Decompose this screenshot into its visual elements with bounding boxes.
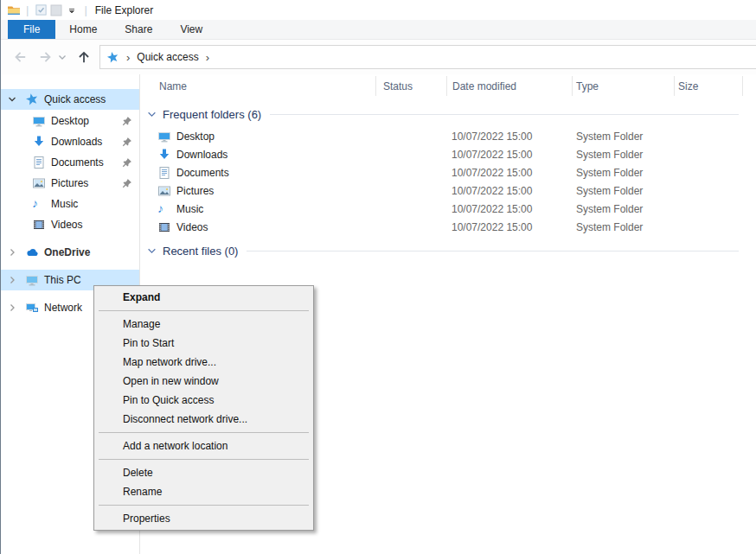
file-date-modified: 10/07/2022 15:00 bbox=[452, 131, 532, 143]
menu-item-add-network-location[interactable]: Add a network location bbox=[94, 436, 313, 455]
titlebar: | | File Explorer bbox=[1, 0, 756, 20]
sidebar-item-label: Music bbox=[51, 198, 78, 210]
menu-item-open-in-new-window[interactable]: Open in new window bbox=[94, 372, 313, 391]
sidebar-item-desktop[interactable]: Desktop bbox=[1, 111, 139, 131]
breadcrumb-separator-icon: › bbox=[126, 51, 130, 64]
file-date-modified: 10/07/2022 15:00 bbox=[452, 149, 532, 161]
menu-item-expand[interactable]: Expand bbox=[94, 288, 313, 307]
chevron-down-icon[interactable] bbox=[8, 95, 16, 104]
file-type: System Folder bbox=[576, 203, 643, 215]
menu-item-map-network-drive[interactable]: Map network drive... bbox=[94, 353, 313, 372]
file-row-documents[interactable]: Documents 10/07/2022 15:00 System Folder bbox=[140, 164, 756, 182]
navigation-toolbar: › Quick access › bbox=[1, 40, 756, 74]
file-row-music[interactable]: ♪ Music 10/07/2022 15:00 System Folder bbox=[140, 201, 756, 219]
qat-separator: | bbox=[26, 3, 29, 16]
file-date-modified: 10/07/2022 15:00 bbox=[452, 203, 532, 215]
pin-icon bbox=[122, 137, 132, 150]
desktop-icon bbox=[157, 130, 171, 143]
file-name: Documents bbox=[176, 167, 229, 179]
column-header-name[interactable]: Name bbox=[159, 74, 187, 98]
menu-item-delete[interactable]: Delete bbox=[94, 463, 313, 482]
new-item-icon[interactable] bbox=[48, 3, 64, 18]
menu-item-rename[interactable]: Rename bbox=[94, 482, 313, 501]
group-rule bbox=[247, 251, 739, 252]
sidebar-item-music[interactable]: ♪ Music bbox=[1, 194, 139, 214]
file-date-modified: 10/07/2022 15:00 bbox=[452, 185, 532, 197]
sidebar-item-pictures[interactable]: Pictures bbox=[1, 173, 139, 194]
group-header-recent-files[interactable]: Recent files (0) bbox=[147, 242, 753, 259]
back-arrow-icon[interactable] bbox=[11, 48, 29, 66]
pin-icon bbox=[122, 178, 132, 191]
sidebar-item-videos[interactable]: Videos bbox=[1, 214, 139, 235]
column-header-size[interactable]: Size bbox=[678, 74, 698, 98]
chevron-down-icon[interactable] bbox=[147, 246, 157, 256]
group-label: Recent files bbox=[163, 245, 221, 258]
column-separator[interactable] bbox=[742, 76, 743, 96]
documents-icon bbox=[32, 156, 46, 169]
column-header-type[interactable]: Type bbox=[576, 74, 599, 98]
tab-view[interactable]: View bbox=[166, 20, 216, 39]
file-date-modified: 10/07/2022 15:00 bbox=[452, 221, 532, 233]
menu-item-properties[interactable]: Properties bbox=[94, 509, 313, 528]
chevron-down-icon[interactable] bbox=[147, 110, 157, 119]
column-separator[interactable] bbox=[572, 76, 573, 96]
tab-home[interactable]: Home bbox=[55, 20, 111, 39]
tab-file[interactable]: File bbox=[8, 20, 55, 39]
explorer-logo-icon bbox=[6, 3, 22, 18]
qat-dropdown-icon[interactable] bbox=[64, 3, 80, 18]
file-row-downloads[interactable]: Downloads 10/07/2022 15:00 System Folder bbox=[140, 146, 756, 164]
menu-item-pin-to-start[interactable]: Pin to Start bbox=[94, 334, 313, 353]
breadcrumb-location[interactable]: Quick access bbox=[137, 51, 198, 63]
up-arrow-icon[interactable] bbox=[75, 48, 93, 66]
sidebar-item-quick-access[interactable]: Quick access bbox=[1, 89, 139, 110]
menu-item-disconnect-network-drive[interactable]: Disconnect network drive... bbox=[94, 410, 313, 429]
videos-icon bbox=[32, 218, 46, 232]
quick-access-star-icon bbox=[25, 92, 39, 106]
tab-share[interactable]: Share bbox=[111, 20, 166, 39]
forward-arrow-icon[interactable] bbox=[37, 48, 54, 66]
column-header-status[interactable]: Status bbox=[383, 74, 413, 98]
chevron-right-icon[interactable] bbox=[8, 248, 16, 257]
address-bar[interactable]: › Quick access › bbox=[99, 45, 756, 69]
column-separator[interactable] bbox=[446, 76, 447, 96]
sidebar-item-downloads[interactable]: Downloads bbox=[1, 131, 139, 152]
breadcrumb-separator-icon[interactable]: › bbox=[206, 51, 209, 64]
menu-separator bbox=[99, 432, 309, 433]
column-separator[interactable] bbox=[674, 76, 675, 96]
file-name: Music bbox=[176, 203, 203, 215]
pictures-icon bbox=[157, 184, 171, 198]
menu-item-pin-to-quick-access[interactable]: Pin to Quick access bbox=[94, 391, 313, 410]
pin-icon bbox=[122, 157, 132, 170]
sidebar-item-documents[interactable]: Documents bbox=[1, 152, 139, 173]
file-row-pictures[interactable]: Pictures 10/07/2022 15:00 System Folder bbox=[140, 182, 756, 201]
sidebar-item-label: Quick access bbox=[44, 93, 106, 105]
file-type: System Folder bbox=[576, 131, 643, 143]
onedrive-icon bbox=[25, 245, 39, 259]
this-pc-icon bbox=[25, 273, 39, 287]
qat-separator: | bbox=[84, 3, 86, 16]
group-header-frequent-folders[interactable]: Frequent folders (6) bbox=[147, 105, 753, 123]
file-row-desktop[interactable]: Desktop 10/07/2022 15:00 System Folder bbox=[140, 128, 756, 146]
videos-icon bbox=[157, 220, 171, 234]
desktop-icon bbox=[32, 114, 46, 128]
chevron-right-icon[interactable] bbox=[8, 276, 16, 284]
music-icon: ♪ bbox=[157, 202, 171, 216]
sidebar-item-label: Documents bbox=[51, 156, 104, 169]
group-count: (6) bbox=[247, 108, 261, 121]
menu-item-manage[interactable]: Manage bbox=[94, 315, 313, 334]
properties-check-icon[interactable] bbox=[33, 3, 48, 18]
file-type: System Folder bbox=[576, 149, 643, 161]
sidebar-item-onedrive[interactable]: OneDrive bbox=[1, 242, 139, 263]
column-separator[interactable] bbox=[375, 76, 376, 96]
downloads-icon bbox=[32, 135, 46, 149]
sidebar-item-label: Pictures bbox=[51, 177, 88, 189]
sidebar-item-label: Videos bbox=[51, 219, 82, 231]
file-type: System Folder bbox=[576, 221, 643, 233]
recent-dropdown-icon[interactable] bbox=[56, 48, 68, 66]
chevron-right-icon[interactable] bbox=[8, 303, 16, 312]
file-type: System Folder bbox=[576, 185, 643, 197]
column-header-date-modified[interactable]: Date modified bbox=[452, 74, 516, 98]
network-icon bbox=[25, 301, 39, 315]
file-row-videos[interactable]: Videos 10/07/2022 15:00 System Folder bbox=[140, 219, 756, 237]
ribbon-tabs: File Home Share View bbox=[1, 20, 756, 40]
